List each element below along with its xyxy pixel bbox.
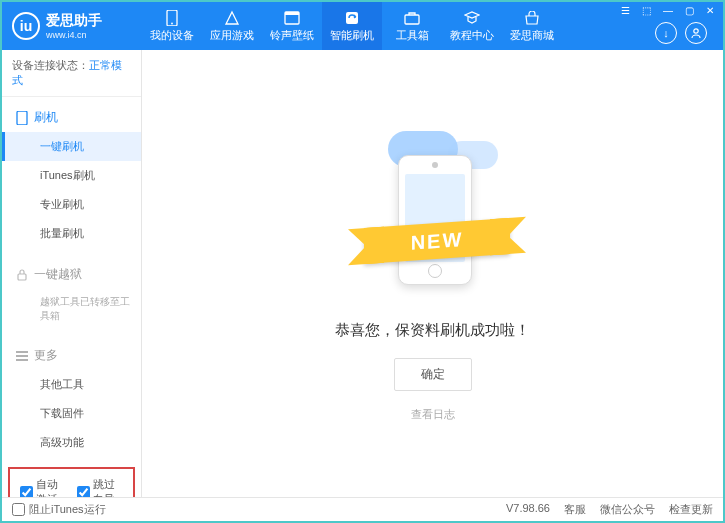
store-icon [523,10,541,26]
footer-right: V7.98.66 客服 微信公众号 检查更新 [506,502,713,517]
nav-toolbox[interactable]: 工具箱 [382,2,442,50]
flash-title[interactable]: 刷机 [2,103,141,132]
flash-icon [343,10,361,26]
connection-status: 设备连接状态：正常模式 [2,50,141,97]
option-checks: 自动激活 跳过向导 [8,467,135,497]
maximize-icon[interactable]: ▢ [682,4,697,17]
success-illustration: NEW [348,125,518,305]
sidebar-item-advanced[interactable]: 高级功能 [2,428,141,457]
sidebar-item-oneclick[interactable]: 一键刷机 [2,132,141,161]
apps-icon [223,10,241,26]
svg-point-1 [171,22,173,24]
svg-rect-8 [18,274,26,280]
device-icon [163,10,181,26]
app-header: iu 爱思助手 www.i4.cn 我的设备 应用游戏 铃声壁纸 智能刷机 工具… [2,2,723,50]
nav-my-device[interactable]: 我的设备 [142,2,202,50]
more-section: 更多 其他工具 下载固件 高级功能 [2,335,141,463]
sidebar-item-pro[interactable]: 专业刷机 [2,190,141,219]
phone-icon [16,111,28,125]
wechat-link[interactable]: 微信公众号 [600,502,655,517]
download-button[interactable]: ↓ [655,22,677,44]
more-title[interactable]: 更多 [2,341,141,370]
menu-icon[interactable]: ☰ [618,4,633,17]
svg-rect-3 [285,12,299,15]
sidebar-item-batch[interactable]: 批量刷机 [2,219,141,248]
svg-rect-4 [346,12,358,24]
success-message: 恭喜您，保资料刷机成功啦！ [335,321,530,340]
lock-icon [16,269,28,281]
block-itunes-check[interactable]: 阻止iTunes运行 [12,502,106,517]
close-icon[interactable]: ✕ [703,4,717,17]
header-right: ↓ [655,22,707,44]
toolbox-icon [403,10,421,26]
skip-guide-check[interactable]: 跳过向导 [77,477,124,497]
lock-icon[interactable]: ⬚ [639,4,654,17]
app-site: www.i4.cn [46,30,102,40]
nav-store[interactable]: 爱思商城 [502,2,562,50]
list-icon [16,351,28,361]
nav-apps[interactable]: 应用游戏 [202,2,262,50]
footer: 阻止iTunes运行 V7.98.66 客服 微信公众号 检查更新 [2,497,723,521]
sidebar-item-download[interactable]: 下载固件 [2,399,141,428]
jailbreak-section: 一键越狱 越狱工具已转移至工具箱 [2,254,141,335]
logo-area: iu 爱思助手 www.i4.cn [12,12,142,40]
confirm-button[interactable]: 确定 [394,358,472,391]
sidebar-item-itunes[interactable]: iTunes刷机 [2,161,141,190]
window-controls: ☰ ⬚ — ▢ ✕ [618,4,717,17]
minimize-icon[interactable]: — [660,4,676,17]
jailbreak-note: 越狱工具已转移至工具箱 [2,289,141,329]
main-area: 设备连接状态：正常模式 刷机 一键刷机 iTunes刷机 专业刷机 批量刷机 一… [2,50,723,497]
svg-rect-7 [17,111,27,125]
nav-smart-flash[interactable]: 智能刷机 [322,2,382,50]
user-button[interactable] [685,22,707,44]
app-name: 爱思助手 [46,12,102,30]
view-log-link[interactable]: 查看日志 [411,407,455,422]
nav-ringtones[interactable]: 铃声壁纸 [262,2,322,50]
new-ribbon: NEW [364,218,510,264]
tutorial-icon [463,10,481,26]
nav-tutorials[interactable]: 教程中心 [442,2,502,50]
service-link[interactable]: 客服 [564,502,586,517]
auto-activate-check[interactable]: 自动激活 [20,477,67,497]
svg-point-6 [694,29,698,33]
sidebar: 设备连接状态：正常模式 刷机 一键刷机 iTunes刷机 专业刷机 批量刷机 一… [2,50,142,497]
flash-section: 刷机 一键刷机 iTunes刷机 专业刷机 批量刷机 [2,97,141,254]
jailbreak-title: 一键越狱 [2,260,141,289]
logo-icon: iu [12,12,40,40]
phone-shape [398,155,472,285]
media-icon [283,10,301,26]
main-nav: 我的设备 应用游戏 铃声壁纸 智能刷机 工具箱 教程中心 爱思商城 [142,2,655,50]
version-label: V7.98.66 [506,502,550,517]
svg-rect-5 [405,15,419,24]
update-link[interactable]: 检查更新 [669,502,713,517]
content-area: NEW 恭喜您，保资料刷机成功啦！ 确定 查看日志 [142,50,723,497]
sidebar-item-other[interactable]: 其他工具 [2,370,141,399]
